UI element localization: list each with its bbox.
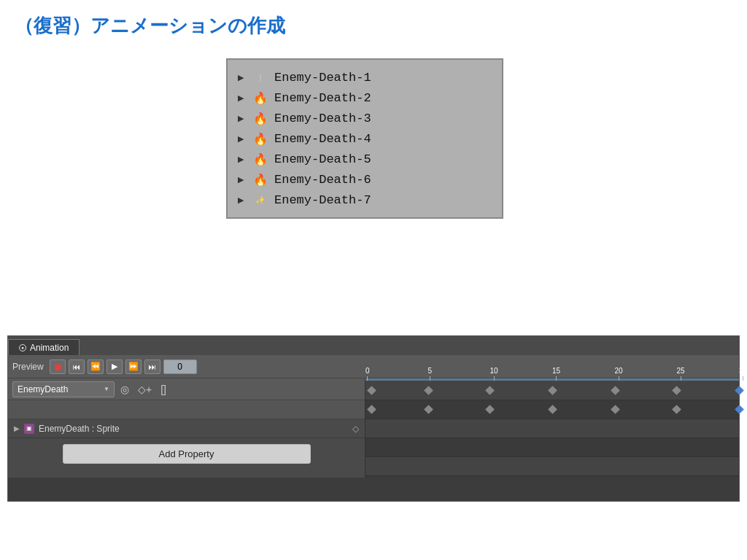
animation-dropdown[interactable]: EnemyDeath ▼ [12,381,115,397]
timeline-row-empty-1 [365,419,739,438]
keyframe-diamond[interactable] [611,386,620,395]
list-item: ▶ 🔥 Enemy-Death-3 [238,108,492,128]
frame-input[interactable] [163,359,197,374]
expand-arrow-icon: ▶ [238,134,247,144]
record-button[interactable]: ⏺ [50,359,66,374]
step-forward-button[interactable]: ⏩ [125,359,142,374]
list-item: ▶ 🔥 Enemy-Death-6 [238,169,492,190]
list-item: ▶ | Enemy-Death-1 [238,67,492,88]
tab-bar: ● Animation [8,336,739,355]
expand-arrow-icon: ▶ [238,93,247,103]
left-panel: EnemyDeath ▼ ◎ ◇+ [] ▶ ▣ EnemyDeath : Sp… [8,378,365,478]
add-property-button[interactable]: Add Property [63,444,311,464]
timeline-rows [365,381,739,476]
list-item: ▶ 🔥 Enemy-Death-2 [238,88,492,108]
target-icon-button[interactable]: ◎ [117,382,132,397]
frame-label-4: Enemy-Death-4 [274,132,371,146]
timeline-row-empty-3 [365,457,739,476]
keyframe-diamond[interactable] [548,386,557,395]
timeline-panel: 051015202530 [365,378,739,478]
frame-icon-4: 🔥 [252,131,268,147]
tab-animation[interactable]: ● Animation [8,339,80,355]
tab-label: Animation [30,343,69,353]
expand-arrow-icon: ▶ [238,195,247,205]
step-back-button[interactable]: ⏪ [88,359,104,374]
frame-label-1: Enemy-Death-1 [274,71,371,85]
keyframe-diamond[interactable] [367,386,376,395]
keyframe-diamond[interactable] [424,405,433,414]
expand-icon[interactable]: ▶ [14,424,20,432]
toolbar: Preview ⏺ ⏮ ⏪ ▶ ⏩ ⏭ [8,355,739,378]
rewind-button[interactable]: ⏮ [69,359,85,374]
frame-icon-6: 🔥 [252,171,268,187]
add-event-button[interactable]: [] [158,382,169,397]
chevron-down-icon: ▼ [104,386,109,392]
keyframe-diamond[interactable] [673,386,682,395]
dropdown-row: EnemyDeath ▼ ◎ ◇+ [] [8,378,365,400]
keyframe-diamond[interactable] [735,405,744,414]
empty-row [8,400,365,419]
expand-arrow-icon: ▶ [238,175,247,184]
frame-label-5: Enemy-Death-5 [274,152,371,166]
frame-label-6: Enemy-Death-6 [274,173,371,187]
property-label: EnemyDeath : Sprite [39,424,120,434]
animation-editor: ● Animation Preview ⏺ ⏮ ⏪ ▶ ⏩ ⏭ EnemyDea… [7,335,740,502]
clock-icon: ● [19,344,26,351]
add-keyframe-button[interactable]: ◇+ [135,382,155,397]
keyframe-diamond[interactable] [735,386,744,395]
keyframe-diamond[interactable] [611,405,620,414]
list-item: ▶ ✨ Enemy-Death-7 [238,190,492,210]
timeline-row-empty-2 [365,438,739,457]
property-row: ▶ ▣ EnemyDeath : Sprite ◇ [8,419,365,438]
keyframe-diamond-icon[interactable]: ◇ [352,424,359,434]
frame-label-7: Enemy-Death-7 [274,193,371,207]
frame-icon-5: 🔥 [252,151,268,167]
keyframe-diamond[interactable] [673,405,682,414]
keyframe-diamond[interactable] [486,405,495,414]
content-area: EnemyDeath ▼ ◎ ◇+ [] ▶ ▣ EnemyDeath : Sp… [8,378,739,478]
ruler-container: 051015202530 [365,378,739,381]
keyframe-diamond[interactable] [424,386,433,395]
expand-arrow-icon: ▶ [238,114,247,123]
play-button[interactable]: ▶ [107,359,123,374]
frame-icon-7: ✨ [252,192,268,208]
frame-label-3: Enemy-Death-3 [274,112,371,125]
list-item: ▶ 🔥 Enemy-Death-5 [238,149,492,169]
timeline-bottom [365,476,739,478]
frame-label-2: Enemy-Death-2 [274,91,371,105]
preview-label: Preview [12,362,44,372]
keyframe-diamond[interactable] [486,386,495,395]
timeline-row-sprite [365,400,739,419]
keyframe-diamond[interactable] [548,405,557,414]
expand-arrow-icon: ▶ [238,155,247,164]
timeline-row-main [365,381,739,400]
sprite-icon: ▣ [24,424,34,434]
list-item: ▶ 🔥 Enemy-Death-4 [238,128,492,149]
fast-forward-button[interactable]: ⏭ [144,359,160,374]
frame-icon-1: | [252,69,268,85]
frame-icon-2: 🔥 [252,90,268,106]
expand-arrow-icon: ▶ [238,73,247,82]
page-title: （復習）アニメーションの作成 [15,13,285,39]
frame-icon-3: 🔥 [252,110,268,126]
dropdown-value: EnemyDeath [18,384,68,394]
keyframe-diamond[interactable] [367,405,376,414]
frames-panel: ▶ | Enemy-Death-1 ▶ 🔥 Enemy-Death-2 ▶ 🔥 … [226,58,503,219]
